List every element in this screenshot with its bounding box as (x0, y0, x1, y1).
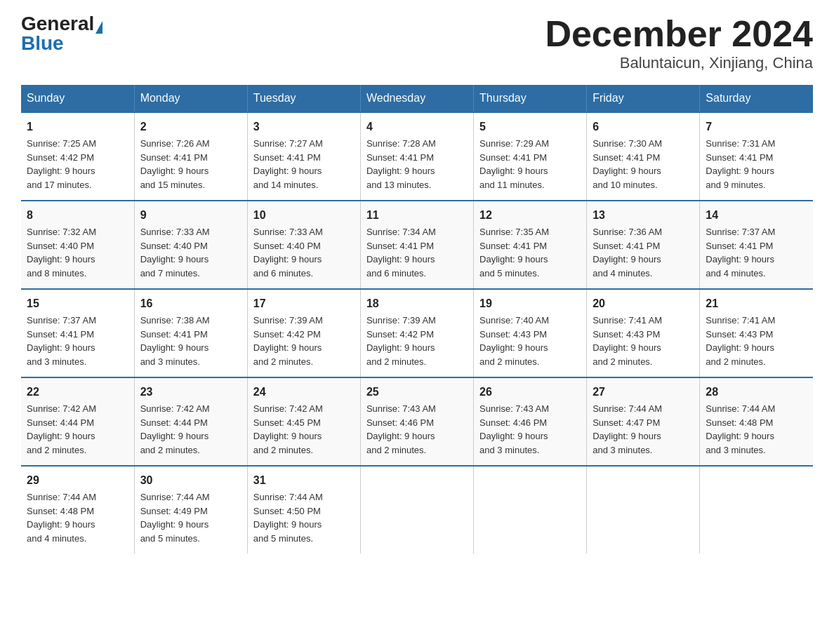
day-info: Sunrise: 7:42 AMSunset: 4:44 PMDaylight:… (27, 403, 96, 455)
day-number: 21 (706, 295, 807, 312)
day-info: Sunrise: 7:44 AMSunset: 4:48 PMDaylight:… (27, 492, 96, 544)
calendar-title: December 2024 (545, 14, 813, 54)
day-number: 22 (27, 384, 128, 401)
day-header-row: Sunday Monday Tuesday Wednesday Thursday… (21, 85, 813, 112)
week-row-5: 29Sunrise: 7:44 AMSunset: 4:48 PMDayligh… (21, 466, 813, 554)
day-info: Sunrise: 7:37 AMSunset: 4:41 PMDaylight:… (27, 315, 96, 367)
day-number: 9 (140, 207, 241, 224)
calendar-cell: 3Sunrise: 7:27 AMSunset: 4:41 PMDaylight… (247, 112, 360, 201)
calendar-cell: 11Sunrise: 7:34 AMSunset: 4:41 PMDayligh… (360, 201, 473, 289)
calendar-cell: 10Sunrise: 7:33 AMSunset: 4:40 PMDayligh… (247, 201, 360, 289)
day-info: Sunrise: 7:29 AMSunset: 4:41 PMDaylight:… (479, 138, 549, 190)
week-row-3: 15Sunrise: 7:37 AMSunset: 4:41 PMDayligh… (21, 289, 813, 377)
calendar-subtitle: Baluntaicun, Xinjiang, China (545, 54, 813, 72)
calendar-cell: 7Sunrise: 7:31 AMSunset: 4:41 PMDaylight… (700, 112, 813, 201)
day-number: 4 (366, 119, 468, 135)
day-info: Sunrise: 7:28 AMSunset: 4:41 PMDaylight:… (366, 138, 436, 190)
day-info: Sunrise: 7:30 AMSunset: 4:41 PMDaylight:… (593, 138, 662, 190)
day-info: Sunrise: 7:32 AMSunset: 4:40 PMDaylight:… (27, 227, 96, 279)
calendar-cell (700, 466, 813, 554)
day-info: Sunrise: 7:38 AMSunset: 4:41 PMDaylight:… (140, 315, 210, 367)
calendar-cell: 18Sunrise: 7:39 AMSunset: 4:42 PMDayligh… (360, 289, 473, 377)
calendar-cell: 17Sunrise: 7:39 AMSunset: 4:42 PMDayligh… (247, 289, 360, 377)
header-wednesday: Wednesday (360, 85, 473, 112)
calendar-cell: 15Sunrise: 7:37 AMSunset: 4:41 PMDayligh… (21, 289, 134, 377)
day-info: Sunrise: 7:43 AMSunset: 4:46 PMDaylight:… (366, 403, 436, 455)
calendar-cell: 21Sunrise: 7:41 AMSunset: 4:43 PMDayligh… (700, 289, 813, 377)
day-info: Sunrise: 7:44 AMSunset: 4:48 PMDaylight:… (706, 403, 775, 455)
day-number: 2 (140, 119, 241, 135)
day-number: 11 (366, 207, 468, 224)
day-number: 31 (253, 472, 355, 489)
day-info: Sunrise: 7:27 AMSunset: 4:41 PMDaylight:… (253, 138, 323, 190)
day-info: Sunrise: 7:42 AMSunset: 4:45 PMDaylight:… (253, 403, 323, 455)
day-number: 3 (253, 119, 355, 135)
day-info: Sunrise: 7:39 AMSunset: 4:42 PMDaylight:… (253, 315, 323, 367)
calendar-cell: 24Sunrise: 7:42 AMSunset: 4:45 PMDayligh… (247, 377, 360, 466)
day-info: Sunrise: 7:34 AMSunset: 4:41 PMDaylight:… (366, 227, 436, 279)
day-info: Sunrise: 7:26 AMSunset: 4:41 PMDaylight:… (140, 138, 210, 190)
day-info: Sunrise: 7:33 AMSunset: 4:40 PMDaylight:… (253, 227, 323, 279)
calendar-cell: 8Sunrise: 7:32 AMSunset: 4:40 PMDaylight… (21, 201, 134, 289)
calendar-cell: 9Sunrise: 7:33 AMSunset: 4:40 PMDaylight… (134, 201, 247, 289)
header-tuesday: Tuesday (247, 85, 360, 112)
page-header: General Blue December 2024 Baluntaicun, … (21, 14, 813, 72)
day-number: 8 (27, 207, 128, 224)
calendar-cell (587, 466, 700, 554)
day-info: Sunrise: 7:36 AMSunset: 4:41 PMDaylight:… (593, 227, 662, 279)
day-info: Sunrise: 7:31 AMSunset: 4:41 PMDaylight:… (706, 138, 775, 190)
day-info: Sunrise: 7:44 AMSunset: 4:47 PMDaylight:… (593, 403, 662, 455)
day-number: 26 (479, 384, 581, 401)
calendar-cell: 12Sunrise: 7:35 AMSunset: 4:41 PMDayligh… (474, 201, 587, 289)
day-number: 28 (706, 384, 807, 401)
day-number: 5 (479, 119, 581, 135)
day-number: 25 (366, 384, 468, 401)
day-info: Sunrise: 7:37 AMSunset: 4:41 PMDaylight:… (706, 227, 775, 279)
logo-general: General (21, 13, 94, 34)
calendar-cell: 22Sunrise: 7:42 AMSunset: 4:44 PMDayligh… (21, 377, 134, 466)
header-thursday: Thursday (474, 85, 587, 112)
day-info: Sunrise: 7:33 AMSunset: 4:40 PMDaylight:… (140, 227, 210, 279)
day-info: Sunrise: 7:25 AMSunset: 4:42 PMDaylight:… (27, 138, 96, 190)
calendar-cell: 31Sunrise: 7:44 AMSunset: 4:50 PMDayligh… (247, 466, 360, 554)
day-number: 30 (140, 472, 241, 489)
calendar-cell: 25Sunrise: 7:43 AMSunset: 4:46 PMDayligh… (360, 377, 473, 466)
header-sunday: Sunday (21, 85, 134, 112)
day-info: Sunrise: 7:44 AMSunset: 4:49 PMDaylight:… (140, 492, 210, 544)
calendar-cell: 1Sunrise: 7:25 AMSunset: 4:42 PMDaylight… (21, 112, 134, 201)
day-info: Sunrise: 7:35 AMSunset: 4:41 PMDaylight:… (479, 227, 549, 279)
day-number: 13 (593, 207, 694, 224)
week-row-2: 8Sunrise: 7:32 AMSunset: 4:40 PMDaylight… (21, 201, 813, 289)
day-number: 29 (27, 472, 128, 489)
calendar-cell: 13Sunrise: 7:36 AMSunset: 4:41 PMDayligh… (587, 201, 700, 289)
logo-blue: Blue (21, 34, 64, 53)
calendar-cell: 26Sunrise: 7:43 AMSunset: 4:46 PMDayligh… (474, 377, 587, 466)
day-info: Sunrise: 7:42 AMSunset: 4:44 PMDaylight:… (140, 403, 210, 455)
calendar-cell: 28Sunrise: 7:44 AMSunset: 4:48 PMDayligh… (700, 377, 813, 466)
header-saturday: Saturday (700, 85, 813, 112)
day-number: 18 (366, 295, 468, 312)
logo-triangle-icon (95, 21, 102, 34)
day-number: 23 (140, 384, 241, 401)
calendar-cell: 4Sunrise: 7:28 AMSunset: 4:41 PMDaylight… (360, 112, 473, 201)
calendar-cell: 23Sunrise: 7:42 AMSunset: 4:44 PMDayligh… (134, 377, 247, 466)
calendar-cell: 6Sunrise: 7:30 AMSunset: 4:41 PMDaylight… (587, 112, 700, 201)
day-number: 27 (593, 384, 694, 401)
day-number: 10 (253, 207, 355, 224)
calendar-cell: 14Sunrise: 7:37 AMSunset: 4:41 PMDayligh… (700, 201, 813, 289)
title-block: December 2024 Baluntaicun, Xinjiang, Chi… (545, 14, 813, 72)
day-number: 7 (706, 119, 807, 135)
day-number: 12 (479, 207, 581, 224)
day-info: Sunrise: 7:39 AMSunset: 4:42 PMDaylight:… (366, 315, 436, 367)
calendar-table: Sunday Monday Tuesday Wednesday Thursday… (21, 85, 813, 554)
day-number: 17 (253, 295, 355, 312)
day-number: 14 (706, 207, 807, 224)
calendar-cell: 27Sunrise: 7:44 AMSunset: 4:47 PMDayligh… (587, 377, 700, 466)
day-number: 1 (27, 119, 128, 135)
week-row-4: 22Sunrise: 7:42 AMSunset: 4:44 PMDayligh… (21, 377, 813, 466)
calendar-cell (474, 466, 587, 554)
day-info: Sunrise: 7:41 AMSunset: 4:43 PMDaylight:… (593, 315, 662, 367)
week-row-1: 1Sunrise: 7:25 AMSunset: 4:42 PMDaylight… (21, 112, 813, 201)
header-friday: Friday (587, 85, 700, 112)
calendar-cell: 30Sunrise: 7:44 AMSunset: 4:49 PMDayligh… (134, 466, 247, 554)
